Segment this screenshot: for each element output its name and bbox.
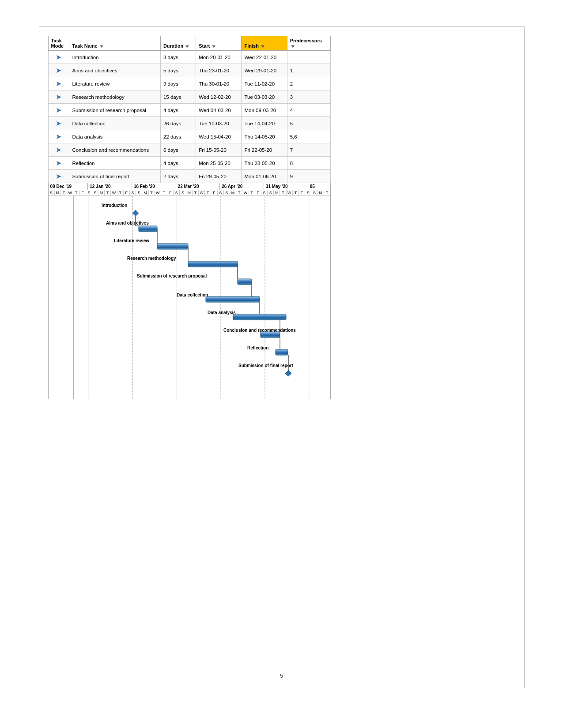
finish-cell: Mon 09-03-20 <box>242 104 287 117</box>
finish-cell: Mon 01-06-20 <box>242 170 287 183</box>
day-F4: F <box>211 190 217 195</box>
finish-cell: Tue 03-03-20 <box>242 90 287 104</box>
task-name-sort-icon[interactable] <box>100 45 103 48</box>
table-row: ➤Reflection4 daysMon 25-05-20Thu 28-05-2… <box>48 157 330 170</box>
gantt-label-submres: Submission of research proposal <box>137 274 207 278</box>
start-cell: Fri 29-05-20 <box>196 170 242 183</box>
day-T4: T <box>117 190 124 195</box>
page-number: 5 <box>280 673 283 679</box>
gantt-month-row: 08 Dec '19 12 Jan '20 16 Feb '20 22 Mar … <box>49 183 330 190</box>
start-cell: Wed 12-02-20 <box>196 90 242 104</box>
gantt-month-jun: 05 <box>308 183 330 190</box>
day-W4: W <box>199 190 205 195</box>
task-mode-cell: ➤ <box>48 51 69 64</box>
gantt-month-jan: 12 Jan '20 <box>88 183 132 190</box>
predecessors-cell: 1 <box>287 64 330 77</box>
task-name-cell: Data collection <box>69 117 161 130</box>
gantt-label-datacoll: Data collection <box>177 293 208 297</box>
day-T6: T <box>161 190 167 195</box>
day-T3: T <box>105 190 111 195</box>
day-S13: S <box>311 190 317 195</box>
day-M2: M <box>98 190 105 195</box>
start-cell: Thu 23-01-20 <box>196 64 242 77</box>
predecessors-cell: 9 <box>287 170 330 183</box>
task-mode-cell: ➤ <box>48 77 69 90</box>
table-row: ➤Submission of final report2 daysFri 29-… <box>48 170 330 183</box>
day-T10: T <box>249 190 255 195</box>
gantt-label-litreview: Literature review <box>114 238 149 243</box>
day-S1: S <box>49 190 55 195</box>
predecessors-cell: 5 <box>287 117 330 130</box>
predecessors-cell: 2 <box>287 77 330 90</box>
auto-schedule-icon: ➤ <box>56 120 61 127</box>
duration-cell: 2 days <box>160 170 196 183</box>
task-mode-cell: ➤ <box>48 157 69 170</box>
table-row: ➤Introduction3 daysMon 20-01-20Wed 22-01… <box>48 51 330 64</box>
finish-cell: Tue 11-02-20 <box>242 77 287 90</box>
task-name-cell: Introduction <box>69 51 161 64</box>
predecessors-cell: 4 <box>287 104 330 117</box>
day-F3: F <box>167 190 174 195</box>
page-container: Task Mode Task Name Duration Start Finis… <box>39 26 525 688</box>
start-cell: Thu 30-01-20 <box>196 77 242 90</box>
day-S11: S <box>268 190 274 195</box>
predecessors-cell: 5,6 <box>287 130 330 143</box>
th-duration: Duration <box>160 36 196 51</box>
day-T8: T <box>205 190 211 195</box>
gantt-label-finalrep: Submission of final report <box>238 363 294 368</box>
start-sort-icon[interactable] <box>212 45 215 48</box>
duration-cell: 4 days <box>160 157 196 170</box>
duration-cell: 15 days <box>160 90 196 104</box>
duration-cell: 4 days <box>160 104 196 117</box>
gantt-label-reflection: Reflection <box>247 345 268 350</box>
duration-sort-icon[interactable] <box>185 45 189 48</box>
auto-schedule-icon: ➤ <box>56 93 61 101</box>
predecessors-cell: 3 <box>287 90 330 104</box>
gantt-label-dataanal: Data analysis <box>208 310 236 315</box>
day-T5: T <box>149 190 155 195</box>
day-T9: T <box>236 190 242 195</box>
day-S10: S <box>261 190 268 195</box>
pred-sort-icon[interactable] <box>291 45 295 48</box>
day-W6: W <box>287 190 293 195</box>
finish-sort-icon[interactable] <box>261 45 264 48</box>
task-mode-cell: ➤ <box>48 64 69 77</box>
duration-cell: 9 days <box>160 77 196 90</box>
day-S3: S <box>92 190 98 195</box>
day-M7: M <box>318 190 324 195</box>
predecessors-cell: 8 <box>287 157 330 170</box>
gantt-container: 08 Dec '19 12 Jan '20 16 Feb '20 22 Mar … <box>48 183 331 399</box>
finish-cell: Wed 22-01-20 <box>242 51 287 64</box>
auto-schedule-icon: ➤ <box>56 146 61 154</box>
day-W1: W <box>67 190 73 195</box>
auto-schedule-icon: ➤ <box>56 133 61 140</box>
duration-cell: 3 days <box>160 51 196 64</box>
gantt-milestone-intro <box>132 210 139 216</box>
finish-cell: Wed 29-01-20 <box>242 64 287 77</box>
gantt-month-dec: 08 Dec '19 <box>49 183 88 190</box>
th-task-mode: Task Mode <box>48 36 69 51</box>
predecessors-cell: 7 <box>287 143 330 157</box>
task-name-cell: Conclusion and recommendations <box>69 143 161 157</box>
auto-schedule-icon: ➤ <box>56 80 61 87</box>
task-name-cell: Research methodology <box>69 90 161 104</box>
gantt-bar-resmethod <box>188 261 238 267</box>
start-cell: Fri 15-05-20 <box>196 143 242 157</box>
gantt-milestone-final <box>285 370 291 376</box>
finish-cell: Tue 14-04-20 <box>242 117 287 130</box>
day-S5: S <box>136 190 142 195</box>
duration-cell: 22 days <box>160 130 196 143</box>
day-T1: T <box>61 190 67 195</box>
gantt-bar-aims <box>139 226 157 232</box>
day-T2: T <box>73 190 79 195</box>
th-finish: Finish <box>242 36 287 51</box>
gantt-bar-submres <box>238 279 252 285</box>
day-S2: S <box>86 190 92 195</box>
task-mode-cell: ➤ <box>48 143 69 157</box>
gantt-label-resmethod: Research methodology <box>127 256 176 261</box>
task-name-cell: Submission of research proposal <box>69 104 161 117</box>
auto-schedule-icon: ➤ <box>56 67 61 74</box>
gantt-month-feb: 16 Feb '20 <box>132 183 176 190</box>
gantt-svg: Introduction Aims and objectives Literat… <box>49 196 331 399</box>
gantt-month-may: 31 May '20 <box>264 183 308 190</box>
